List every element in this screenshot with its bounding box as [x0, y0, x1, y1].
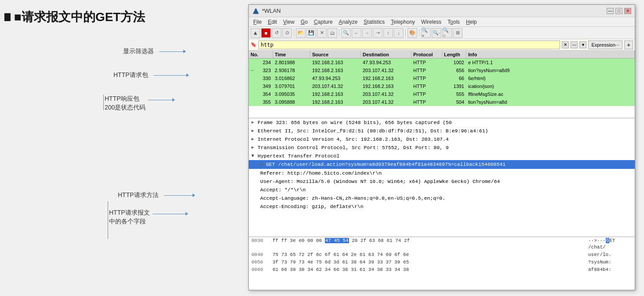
toolbar-file-btn[interactable]: 📂: [296, 28, 306, 38]
packet-row-354[interactable]: 354 3.095035 192.168.2.163 203.107.41.32…: [249, 90, 635, 98]
detail-get-text: GET /chat/user/load.action?sysNum=a8d937…: [266, 161, 506, 167]
minimize-button[interactable]: —: [607, 8, 614, 14]
cell-info: ication/json): [466, 84, 635, 89]
menu-statistics[interactable]: Statistics: [361, 18, 387, 26]
filter-dropdown-button[interactable]: —: [571, 41, 578, 48]
hex-row-0060[interactable]: 0060 61 66 38 38 34 62 34 66 38 31 61 34…: [249, 266, 635, 274]
label-http-fields-1: HTTP请求报文: [109, 208, 150, 217]
detail-ethernet[interactable]: ▶ Ethernet II, Src: IntelCor_f9:d2:51 (0…: [249, 127, 635, 135]
packet-row-349[interactable]: 349 3.079701 203.107.41.32 192.168.2.163…: [249, 82, 635, 90]
expression-button[interactable]: Expression···: [588, 40, 622, 49]
title-bar-left: *WLAN: [252, 7, 281, 15]
menu-view[interactable]: View: [280, 18, 297, 26]
toolbar-sep1: [294, 29, 294, 37]
hex-row-0040[interactable]: 0040 75 73 65 72 2f 6c 6f 61 64 2e 61 63…: [249, 251, 635, 259]
cell-len: 504: [442, 99, 466, 105]
expander-tcp[interactable]: ▶: [251, 144, 258, 151]
toolbar-zoom-out-btn[interactable]: 🔍-: [432, 28, 441, 38]
arrow-http-method: [161, 194, 195, 197]
packet-row-323[interactable]: → 323 2.936178 192.168.2.163 203.107.41.…: [249, 66, 635, 74]
detail-http[interactable]: ▼ Hypertext Transfer Protocol: [249, 152, 635, 160]
hex-row-0030[interactable]: 0030 ff ff 3e e0 00 00 47 45 54 20 2f 63…: [249, 237, 635, 251]
cell-info: e HTTP/1.1: [466, 60, 635, 65]
detail-accept[interactable]: Accept: */*\r\n: [249, 186, 635, 194]
filter-input[interactable]: [258, 40, 560, 49]
detail-accept-encoding[interactable]: Accept-Encoding: gzip, deflate\r\n: [249, 202, 635, 211]
packet-row-355[interactable]: 355 3.095888 192.168.2.163 203.107.41.32…: [249, 98, 635, 106]
toolbar-resize-btn[interactable]: ⊞: [453, 28, 462, 38]
expander-get[interactable]: ▶: [260, 162, 263, 167]
toolbar-colorize-btn[interactable]: 🎨: [408, 28, 417, 38]
toolbar-restart-btn[interactable]: ↺: [272, 28, 281, 38]
maximize-button[interactable]: □: [615, 8, 622, 14]
menu-capture[interactable]: Capture: [311, 18, 335, 26]
hex-offset: 0030: [251, 238, 267, 251]
menu-wireless[interactable]: Wireless: [418, 18, 444, 26]
menu-help[interactable]: Help: [463, 18, 480, 26]
header-no: No.: [249, 51, 273, 58]
expander-http[interactable]: ▼: [251, 152, 258, 160]
toolbar-stop-btn[interactable]: ■: [261, 28, 271, 38]
cell-proto: HTTP: [411, 99, 442, 105]
detail-accept-encoding-text: Accept-Encoding: gzip, deflate\r\n: [260, 204, 364, 209]
packet-row-330[interactable]: 330 3.016862 47.93.94.253 192.168.2.163 …: [249, 74, 635, 82]
toolbar-close-btn[interactable]: ✕: [317, 28, 327, 38]
cell-time: 2.936178: [273, 68, 310, 73]
toolbar-find-btn[interactable]: 🔍: [341, 28, 351, 38]
packet-rows: 234 2.801988 192.168.2.163 47.93.94.253 …: [249, 58, 635, 118]
main-title: ■请求报文中的GET方法: [4, 9, 242, 26]
menu-bar: File Edit View Go Capture Analyze Statis…: [249, 17, 635, 27]
detail-user-agent-text: User-Agent: Mozilla/5.0 (Windows NT 10.0…: [260, 179, 500, 184]
packet-row-234[interactable]: 234 2.801988 192.168.2.163 47.93.94.253 …: [249, 58, 635, 66]
toolbar-reload-btn[interactable]: 🗂: [327, 28, 337, 38]
detail-ipv4[interactable]: ▶ Internet Protocol Version 4, Src: 192.…: [249, 135, 635, 143]
toolbar-back-btn[interactable]: ←: [352, 28, 361, 38]
toolbar-goto-btn[interactable]: ⇢: [373, 28, 382, 38]
toolbar-fwd-btn[interactable]: →: [362, 28, 372, 38]
annotation-display-filter: 显示筛选器: [123, 48, 186, 55]
header-source: Source: [310, 51, 361, 58]
filter-clear-button[interactable]: ✕: [562, 41, 569, 48]
filter-bookmark-icon: 🔖: [251, 42, 257, 48]
close-button[interactable]: ✕: [624, 8, 631, 14]
detail-referer[interactable]: Referer: http://home.51cto.com/index\r\n: [249, 169, 635, 177]
filter-apply-button[interactable]: ▼: [579, 41, 586, 48]
hex-ascii: ··>···GET /chat/: [588, 238, 632, 251]
toolbar-sep3: [405, 29, 406, 37]
title-bar-controls[interactable]: — □ ✕: [607, 8, 631, 14]
cell-info: 6e/html): [466, 76, 635, 81]
toolbar-zoom-reset-btn[interactable]: 🔍○: [442, 28, 452, 38]
toolbar-save-btn[interactable]: 💾: [306, 28, 316, 38]
title-block-icon: [4, 13, 11, 21]
expander-ipv4[interactable]: ▶: [251, 135, 258, 143]
expander-ethernet[interactable]: ▶: [251, 127, 258, 135]
menu-analyze[interactable]: Analyze: [336, 18, 360, 26]
label-http-fields-2: 中的各个字段: [109, 217, 150, 226]
toolbar-zoom-in-btn[interactable]: 🔍+: [421, 28, 431, 38]
header-protocol: Protocol: [411, 51, 442, 58]
menu-go[interactable]: Go: [298, 18, 310, 26]
cell-source: 203.107.41.32: [310, 84, 361, 89]
filter-bar: 🔖 ✕ — ▼ Expression··· +: [249, 39, 635, 51]
toolbar-sep2: [339, 29, 339, 37]
toolbar-top-btn[interactable]: ↑: [383, 28, 393, 38]
filter-add-button[interactable]: +: [624, 40, 633, 49]
menu-telephony[interactable]: Telephony: [388, 18, 418, 26]
toolbar-shark-btn[interactable]: ▲: [251, 28, 260, 38]
expander-frame[interactable]: ▶: [251, 119, 258, 126]
hex-bytes: 75 73 65 72 2f 6c 6f 61 64 2e 61 63 74 6…: [273, 252, 583, 258]
detail-frame[interactable]: ▶ Frame 323: 656 bytes on wire (5248 bit…: [249, 118, 635, 127]
menu-tools[interactable]: Tools: [445, 18, 462, 26]
detail-tcp[interactable]: ▶ Transmission Control Protocol, Src Por…: [249, 143, 635, 152]
menu-file[interactable]: File: [251, 18, 264, 26]
hex-row-0050[interactable]: 0050 3f 73 79 73 4e 75 6d 3d 61 38 64 39…: [249, 259, 635, 266]
cell-dest: 192.168.2.163: [361, 84, 411, 89]
bracket-response: [103, 95, 104, 110]
cell-dest: 203.107.41.32: [361, 68, 411, 73]
toolbar-bottom-btn[interactable]: ↓: [394, 28, 404, 38]
detail-get-line[interactable]: ▶ GET /chat/user/load.action?sysNum=a8d9…: [249, 160, 635, 169]
detail-accept-language[interactable]: Accept-Language: zh-Hans-CN,zh-Hans;q=0.…: [249, 194, 635, 202]
toolbar-open-btn[interactable]: ⊙: [282, 28, 292, 38]
menu-edit[interactable]: Edit: [265, 18, 280, 26]
detail-user-agent[interactable]: User-Agent: Mozilla/5.0 (Windows NT 10.0…: [249, 177, 635, 186]
